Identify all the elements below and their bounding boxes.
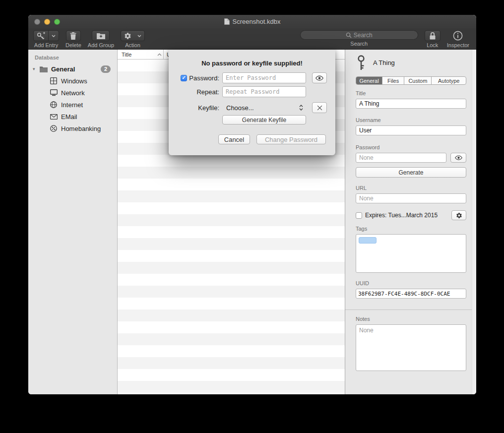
window-title-group: Screenshot.kdbx: [224, 18, 281, 25]
change-password-sheet: No password or keyfile supplied! ✓ Passw…: [169, 50, 335, 155]
column-header-title[interactable]: Title: [118, 50, 164, 59]
repeat-row: Repeat:: [180, 86, 325, 97]
sidebar-item-network[interactable]: Network: [28, 87, 117, 99]
password-input[interactable]: [356, 153, 446, 163]
trash-icon: [70, 32, 76, 40]
sort-ascending-icon: [157, 53, 162, 56]
minimize-button[interactable]: [44, 19, 50, 25]
entry-count-badge: 2: [101, 65, 111, 73]
disclosure-triangle-icon[interactable]: ▾: [33, 66, 39, 71]
change-password-button[interactable]: Change Password: [256, 134, 326, 144]
add-entry-label: Add Entry: [34, 42, 58, 48]
inspector-panel: A Thing General Files Custom Autotype Ti…: [345, 50, 476, 394]
eye-icon: [315, 75, 323, 81]
keyfile-popup-value: Choose...: [226, 104, 254, 112]
title-input[interactable]: [356, 99, 466, 109]
action-label: Action: [125, 42, 140, 48]
keyfile-popup[interactable]: Choose...: [222, 102, 306, 113]
action-button[interactable]: [121, 30, 145, 41]
repeat-password-input[interactable]: [222, 86, 306, 97]
titlebar[interactable]: Screenshot.kdbx: [28, 15, 476, 28]
enter-password-input[interactable]: [222, 72, 306, 83]
toolbar: Add Entry Delete Add Group: [28, 28, 476, 50]
password-field-label: Password: [356, 144, 466, 150]
sidebar-item-email[interactable]: EMail: [28, 111, 117, 123]
traffic-lights: [34, 15, 60, 28]
expires-checkbox[interactable]: [356, 212, 362, 219]
username-field-label: Username: [356, 117, 466, 123]
add-entry-chevron-icon[interactable]: [49, 31, 59, 41]
group-label: General: [51, 65, 75, 73]
action-chevron-icon[interactable]: [134, 31, 144, 41]
title-field-label: Title: [356, 90, 466, 96]
envelope-icon: [49, 114, 59, 120]
add-group-button[interactable]: [92, 30, 110, 41]
gear-icon: [121, 31, 134, 41]
folder-icon: [39, 66, 49, 72]
sidebar-item-internet[interactable]: Internet: [28, 99, 117, 111]
toolbar-delete: Delete: [65, 30, 81, 48]
sidebar-item-general[interactable]: ▾ General 2: [28, 63, 117, 75]
tab-files[interactable]: Files: [382, 77, 404, 84]
inspector-scrollbar[interactable]: [472, 50, 476, 394]
inspector-header: A Thing: [356, 54, 466, 71]
tab-custom[interactable]: Custom: [404, 77, 432, 84]
window-title: Screenshot.kdbx: [233, 18, 281, 25]
inspector-tabs: General Files Custom Autotype: [356, 76, 466, 85]
add-entry-button[interactable]: [33, 30, 59, 41]
toolbar-lock: Lock: [425, 30, 441, 48]
username-input[interactable]: [356, 125, 466, 135]
search-icon: [346, 32, 352, 38]
tags-box[interactable]: [356, 234, 466, 273]
dialog-keyfile-label: Keyfile:: [198, 104, 219, 112]
toolbar-add-group: Add Group: [88, 30, 114, 48]
password-checkbox[interactable]: ✓: [181, 75, 187, 81]
search-input[interactable]: Search: [300, 30, 418, 40]
popup-stepper-icon: [299, 105, 303, 111]
reveal-password-button[interactable]: [312, 72, 327, 83]
column-title-label: Title: [122, 52, 131, 58]
url-input[interactable]: [356, 193, 466, 203]
sidebar-item-windows[interactable]: Windows: [28, 75, 117, 87]
sidebar-header: Database: [35, 55, 117, 61]
close-button[interactable]: [34, 19, 40, 25]
generate-password-button[interactable]: Generate: [356, 167, 466, 178]
document-icon: [224, 18, 230, 25]
expires-settings-button[interactable]: [451, 210, 466, 220]
uuid-label: UUID: [356, 280, 466, 286]
generate-keyfile-button[interactable]: Generate Keyfile: [222, 115, 306, 124]
tag-token[interactable]: [359, 237, 377, 244]
zoom-button[interactable]: [54, 19, 60, 25]
cancel-button[interactable]: Cancel: [218, 134, 250, 144]
dialog-message: No password or keyfile supplied!: [169, 60, 335, 67]
notes-textarea[interactable]: [356, 324, 466, 371]
expires-label: Expires: Tues...March 2015: [365, 212, 438, 219]
window-grid-icon: [49, 77, 59, 84]
group-label: Windows: [61, 77, 87, 85]
desktop: { "window": { "title": "Screenshot.kdbx"…: [0, 0, 504, 433]
clear-keyfile-button[interactable]: [312, 102, 327, 113]
toolbar-add-entry: Add Entry: [33, 30, 59, 48]
show-password-button[interactable]: [450, 153, 466, 163]
notes-label: Notes: [356, 316, 466, 322]
gear-icon: [456, 212, 462, 219]
delete-button[interactable]: [66, 30, 81, 41]
group-label: Network: [61, 89, 85, 97]
url-field-label: URL: [356, 185, 466, 191]
key-icon: [356, 55, 367, 71]
tags-label: Tags: [356, 226, 466, 232]
tab-autotype[interactable]: Autotype: [432, 77, 466, 84]
folder-plus-icon: [97, 33, 105, 39]
toolbar-search: Search Search: [300, 30, 418, 47]
sidebar-item-homebanking[interactable]: Homebanking: [28, 123, 117, 134]
toolbar-action: Action: [121, 30, 145, 48]
group-label: Internet: [61, 101, 83, 109]
app-window: Screenshot.kdbx Add Entry Delete: [28, 15, 476, 394]
inspector-toggle-button[interactable]: [453, 30, 463, 41]
uuid-input[interactable]: [356, 289, 466, 299]
eye-icon: [455, 155, 462, 160]
percent-icon: [49, 125, 59, 132]
tab-general[interactable]: General: [356, 77, 382, 84]
delete-label: Delete: [65, 42, 81, 48]
lock-button[interactable]: [425, 30, 441, 41]
